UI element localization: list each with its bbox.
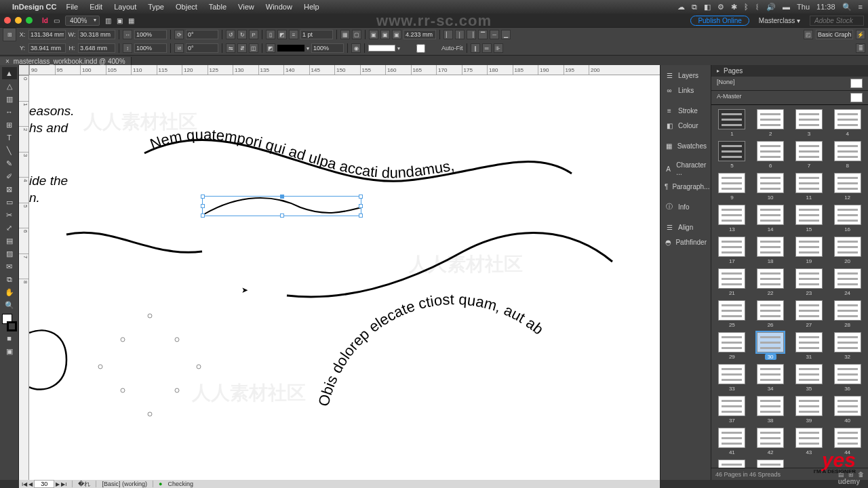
drop-shadow-icon[interactable]: ▢ (352, 30, 361, 39)
page-thumb[interactable]: 29 (714, 332, 750, 360)
menu-table[interactable]: Table (209, 3, 226, 11)
flip-icon[interactable]: P (249, 30, 258, 39)
menubar-menu-icon[interactable]: ≡ (859, 3, 863, 11)
page-thumb[interactable]: 9 (714, 173, 750, 201)
page-thumb[interactable]: 34 (753, 364, 789, 392)
panel-swatches[interactable]: ▦Swatches (660, 138, 711, 153)
ruler-vertical[interactable]: 012345678 (19, 75, 29, 480)
align-b-icon[interactable]: ▁ (501, 30, 511, 39)
master-none-thumb[interactable] (850, 79, 863, 88)
close-window-icon[interactable] (4, 17, 11, 24)
menu-file[interactable]: File (66, 3, 78, 11)
ruler-horizontal[interactable]: 9095100105110115120125130135140145150155… (29, 65, 660, 75)
gradient-feather-tool-icon[interactable]: ▨ (2, 247, 17, 260)
page-thumb[interactable]: 14 (753, 205, 789, 232)
menubar-icon[interactable]: ⧉ (692, 3, 697, 12)
menu-layout[interactable]: Layout (114, 3, 136, 11)
type-tool-icon[interactable]: T (2, 131, 17, 144)
h-field[interactable] (78, 43, 115, 53)
app-name[interactable]: InDesign CC (12, 3, 56, 11)
panel-character[interactable]: ACharacter ... (660, 159, 711, 179)
adobe-stock-search[interactable] (810, 16, 864, 26)
menubar-icon[interactable]: ⚙ (717, 3, 724, 12)
page-thumb[interactable]: 38 (753, 396, 789, 424)
prev-page-icon[interactable]: ◀ (28, 481, 33, 487)
align-r-icon[interactable]: ▕ (467, 30, 476, 39)
effects-icon[interactable]: ◉ (351, 43, 361, 53)
workspace-select[interactable]: Masterclass ▾ (755, 17, 804, 24)
page-thumb[interactable]: 5 (714, 141, 750, 169)
stroke-swatch[interactable] (7, 321, 17, 331)
document-canvas[interactable]: easons. hs and ide the n. Nem quatempori… (29, 75, 660, 480)
menu-object[interactable]: Object (176, 3, 197, 11)
last-page-icon[interactable]: ▶I (61, 481, 66, 487)
panel-links[interactable]: ∞Links (660, 83, 711, 98)
fill-preview[interactable] (368, 45, 395, 52)
doc-tab[interactable]: × masterclass_workbook.indd @ 400% (0, 57, 132, 66)
page-thumb[interactable]: 37 (714, 396, 750, 424)
rectangle-tool-icon[interactable]: ▭ (2, 196, 17, 208)
page-thumb[interactable]: 11 (791, 173, 827, 201)
open-icon[interactable]: �れ (78, 480, 90, 489)
menu-view[interactable]: View (238, 3, 254, 11)
x-field[interactable] (28, 30, 66, 39)
shear-field[interactable] (186, 43, 218, 53)
page-tool-icon[interactable]: ▥ (2, 93, 17, 105)
preflight-preset[interactable]: [Basic] (working) (102, 481, 147, 487)
menubar-flag-icon[interactable]: ▬ (783, 3, 790, 11)
page-thumb[interactable]: 7 (791, 141, 827, 169)
stroke-style-select[interactable] (277, 45, 304, 52)
quick-apply-icon[interactable]: ⚡ (856, 30, 865, 39)
page-thumb[interactable]: 19 (791, 237, 827, 264)
page-thumb[interactable]: 12 (829, 173, 865, 201)
menu-type[interactable]: Type (148, 3, 164, 11)
panel-paragraph[interactable]: ¶Paragraph... (660, 179, 711, 194)
menubar-wifi-icon[interactable]: ⧙ (755, 3, 760, 11)
w-field[interactable] (78, 30, 115, 39)
content-collector-tool-icon[interactable]: ⊞ (2, 119, 17, 131)
menubar-bt-icon[interactable]: ᛒ (744, 3, 749, 11)
menubar-icon[interactable]: ☁ (677, 3, 685, 12)
page-thumb[interactable]: 32 (829, 332, 865, 360)
max-window-icon[interactable] (26, 17, 33, 24)
bridge-icon[interactable]: ▭ (54, 17, 60, 24)
page-thumb[interactable]: 46 (753, 460, 789, 468)
selection-tool-icon[interactable]: ▲ (2, 67, 17, 79)
menubar-clock-time[interactable]: 11:38 (816, 3, 835, 11)
menu-help[interactable]: Help (304, 3, 319, 11)
flip-v-icon[interactable]: ⇵ (237, 43, 247, 53)
page-thumb[interactable]: 20 (829, 237, 865, 264)
page-thumb[interactable]: 27 (791, 300, 827, 328)
align-t-icon[interactable]: ▔ (478, 30, 488, 39)
view-options-icon[interactable]: ▥ (105, 17, 111, 24)
page-thumb[interactable]: 16 (829, 205, 865, 232)
panel-align[interactable]: ☰Align (660, 220, 711, 235)
stroke-align-icon[interactable]: ▯ (266, 30, 275, 39)
current-page-field[interactable] (34, 480, 54, 488)
page-thumb[interactable]: 15 (791, 205, 827, 232)
page-thumb[interactable]: 4 (829, 109, 865, 137)
panel-info[interactable]: ⓘInfo (660, 199, 711, 214)
page-thumb[interactable]: 3 (791, 109, 827, 137)
page-thumb[interactable]: 8 (829, 141, 865, 169)
page-thumb[interactable]: 6 (753, 141, 789, 169)
pencil-tool-icon[interactable]: ✐ (2, 170, 17, 182)
first-page-icon[interactable]: I◀ (22, 481, 27, 487)
menu-edit[interactable]: Edit (90, 3, 102, 11)
delete-page-icon[interactable]: 🗑 (858, 471, 864, 478)
next-page-icon[interactable]: ▶ (56, 481, 60, 487)
page-thumb[interactable]: 2 (753, 109, 789, 137)
page-thumb[interactable]: 31 (791, 332, 827, 360)
pen-tool-icon[interactable]: ✎ (2, 157, 17, 169)
master-a[interactable]: A-Master (717, 93, 742, 102)
zoom-level-select[interactable]: 400% (65, 16, 100, 26)
text-wrap-shape-icon[interactable]: ▣ (392, 30, 401, 39)
master-none[interactable]: [None] (717, 79, 735, 88)
gap-tool-icon[interactable]: ↔ (2, 106, 17, 118)
page-thumb[interactable]: 24 (829, 268, 865, 296)
page-thumb[interactable]: 26 (753, 300, 789, 328)
dist-v-icon[interactable]: ═ (482, 43, 492, 53)
eyedropper-tool-icon[interactable]: ⧉ (2, 273, 17, 285)
dist-sp-icon[interactable]: ⊪ (494, 43, 503, 53)
panel-menu-icon[interactable]: ≣ (856, 43, 865, 53)
